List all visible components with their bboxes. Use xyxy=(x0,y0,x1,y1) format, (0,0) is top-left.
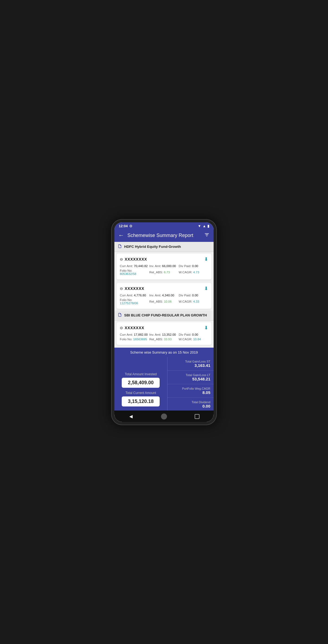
summary-section: Total Amount Invested 2,58,409.00 Total … xyxy=(114,357,214,411)
sbi-account-1: ⊖ XXXXXXX ⬇ Curr Amt: 17,882.00 Inv. Amt… xyxy=(117,322,211,345)
folio-number: 16563695 xyxy=(133,338,147,341)
back-button[interactable]: ← xyxy=(118,232,124,239)
recent-nav-button[interactable] xyxy=(192,413,202,420)
hdfc-account-2: ⊖ XXXXXXX ⬇ Curr Amt: 4,776.80 Inv. Amt:… xyxy=(117,283,211,309)
nav-bar: ◀ xyxy=(114,411,214,422)
summary-right-panel: Total Gain/Loss ST 3,163.41 Total Gain/L… xyxy=(168,357,214,411)
clock: 12:04 xyxy=(119,224,128,228)
stat-gain-loss-lt: Total Gain/Loss LT 53,548.21 xyxy=(168,371,214,384)
stat-total-dividend: Total Dividend 0.00 xyxy=(168,398,214,411)
home-nav-button[interactable] xyxy=(159,413,169,420)
back-nav-button[interactable]: ◀ xyxy=(126,413,136,420)
fund-header-sbi: SBI BLUE CHIP FUND-REGULAR PLAN GROWTH xyxy=(114,310,214,321)
folio-number: 8053632/58 xyxy=(120,272,136,275)
download-icon[interactable]: ⬇ xyxy=(204,325,208,331)
total-current-label: Total Current Amount xyxy=(126,391,156,395)
content-area: HDFC Hybrid Equity Fund-Growth ⊖ XXXXXXX… xyxy=(114,242,214,411)
fund-name-hdfc: HDFC Hybrid Equity Fund-Growth xyxy=(124,245,181,249)
signal-icon: ▲ xyxy=(202,224,206,228)
battery-icon: ▮ xyxy=(207,224,209,228)
fund-icon xyxy=(118,313,122,318)
masked-name: XXXXXXX xyxy=(125,286,144,291)
fund-header-hdfc: HDFC Hybrid Equity Fund-Growth xyxy=(114,242,214,252)
summary-left-panel: Total Amount Invested 2,58,409.00 Total … xyxy=(114,357,168,411)
masked-name: XXXXXXXX xyxy=(125,257,147,261)
masked-name: XXXXXXX xyxy=(125,326,144,330)
stat-portfolio-cagr: PortFolio Weg.CAGR 8.05 xyxy=(168,384,214,398)
total-invested-label: Total Amount Invested xyxy=(125,372,157,376)
phone-shell: 12:04 ⊙ ▼ ▲ ▮ ← Schemewise Summary Repor… xyxy=(111,219,217,425)
total-current-value: 3,15,120.18 xyxy=(122,396,160,406)
folio-number: 11275278/06 xyxy=(120,302,138,305)
summary-bar: Scheme wise Summary as on 15 Nov 2019 xyxy=(114,348,214,357)
user-icon: ⊖ xyxy=(120,257,123,261)
status-bar: 12:04 ⊙ ▼ ▲ ▮ xyxy=(114,222,214,229)
wifi-icon: ▼ xyxy=(198,224,201,228)
hdfc-account-1: ⊖ XXXXXXXX ⬇ Curr Amt: 70,440.82 Inv. Am… xyxy=(117,254,211,280)
top-bar: ← Schemewise Summary Report xyxy=(114,229,214,242)
phone-screen: 12:04 ⊙ ▼ ▲ ▮ ← Schemewise Summary Repor… xyxy=(114,222,214,422)
total-invested-value: 2,58,409.00 xyxy=(122,378,160,388)
sync-icon: ⊙ xyxy=(129,224,132,228)
fund-icon xyxy=(118,244,122,249)
page-title: Schemewise Summary Report xyxy=(127,233,201,238)
user-icon: ⊖ xyxy=(120,286,123,291)
user-icon: ⊖ xyxy=(120,326,123,330)
download-icon[interactable]: ⬇ xyxy=(204,256,208,262)
download-icon[interactable]: ⬇ xyxy=(204,286,208,291)
fund-name-sbi: SBI BLUE CHIP FUND-REGULAR PLAN GROWTH xyxy=(124,313,207,317)
filter-button[interactable] xyxy=(204,232,210,239)
stat-gain-loss-st: Total Gain/Loss ST 3,163.41 xyxy=(168,357,214,371)
